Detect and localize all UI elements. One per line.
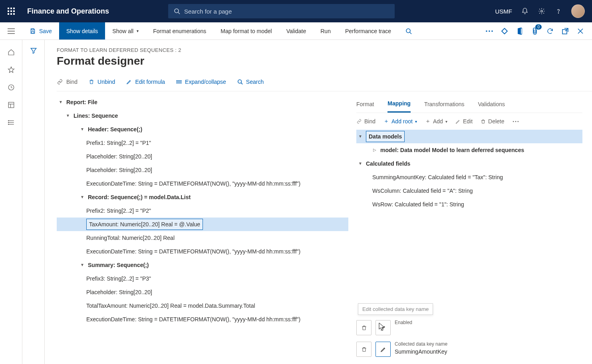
tree-search-button[interactable]: Search (237, 79, 264, 85)
rtree-model[interactable]: ▷model: Data model Model to learn deferr… (356, 143, 582, 157)
rtree-data-models[interactable]: ▼Data models (356, 130, 582, 143)
prop-enabled-row: Enabled (356, 320, 582, 336)
clock-icon[interactable] (8, 84, 15, 91)
save-button[interactable]: Save (22, 22, 59, 40)
bind-button[interactable]: Bind (57, 79, 77, 85)
right-tabs: Format Mapping Transformations Validatio… (356, 95, 582, 113)
tooltip: Edit collected data key name (358, 303, 433, 315)
edit-button[interactable]: Edit (455, 118, 473, 125)
svg-rect-18 (8, 102, 14, 108)
help-icon[interactable] (554, 7, 562, 15)
unbind-button[interactable]: Unbind (89, 79, 115, 85)
tab-validations[interactable]: Validations (478, 95, 505, 113)
rtree-node[interactable]: WsRow: Calculated field = "1": String (356, 198, 582, 211)
edit-enabled-button[interactable] (375, 320, 391, 335)
toolbar-search-button[interactable] (398, 22, 419, 40)
page-title: Format designer (57, 55, 592, 67)
app-launcher[interactable] (0, 8, 22, 15)
expand-collapse-button[interactable]: Expand/collapse (176, 79, 226, 85)
format-enumerations-button[interactable]: Format enumerations (146, 22, 213, 40)
edit-collected-button[interactable] (375, 342, 391, 357)
more-button[interactable] (512, 121, 519, 123)
star-icon[interactable] (8, 66, 15, 73)
run-button[interactable]: Run (313, 22, 338, 40)
office-icon[interactable] (515, 27, 524, 36)
delete-collected-button[interactable] (356, 342, 371, 357)
validate-button[interactable]: Validate (279, 22, 314, 40)
link-icon (356, 119, 362, 124)
pencil-icon (455, 119, 461, 124)
svg-point-3 (558, 13, 558, 13)
tree-node[interactable]: ExecutionDateTime: String = DATETIMEFORM… (57, 313, 348, 326)
tree-node[interactable]: Prefix3: String[2..2] = "P3" (57, 272, 348, 285)
tab-format[interactable]: Format (356, 95, 374, 113)
search-input[interactable] (184, 8, 389, 15)
company-code[interactable]: USMF (495, 8, 513, 15)
chevron-down-icon: ▾ (137, 29, 139, 33)
gear-icon[interactable] (538, 7, 546, 15)
svg-line-31 (241, 83, 242, 84)
delete-enabled-button[interactable] (356, 320, 371, 335)
user-avatar[interactable] (571, 4, 585, 18)
field-value[interactable] (395, 327, 582, 336)
popout-icon[interactable] (561, 27, 570, 36)
tree-node-taxamount[interactable]: TaxAmount: Numeric[20..20] Real = @.Valu… (57, 218, 348, 231)
tree-node[interactable]: ExecutionDateTime: String = DATETIMEFORM… (57, 177, 348, 190)
refresh-icon[interactable] (546, 27, 554, 36)
tab-transformations[interactable]: Transformations (424, 95, 465, 113)
list-icon (176, 79, 182, 84)
bell-icon[interactable] (521, 7, 529, 15)
add-root-button[interactable]: ＋ Add root ▾ (383, 118, 417, 125)
tree-node[interactable]: ExecutionDateTime: String = DATETIMEFORM… (57, 245, 348, 258)
save-icon (30, 28, 36, 34)
tree-node[interactable]: Prefix1: String[2..2] = "P1" (57, 136, 348, 150)
rtree-node[interactable]: WsColumn: Calculated field = "A": String (356, 184, 582, 198)
field-value[interactable]: SummingAmountKey (395, 348, 582, 357)
rtree-calculated-fields[interactable]: ▼Calculated fields (356, 157, 582, 170)
filter-strip (22, 40, 45, 364)
hamburger-button[interactable] (0, 22, 22, 40)
global-search[interactable] (168, 4, 395, 18)
svg-point-34 (518, 121, 519, 122)
more-icon (512, 121, 519, 123)
delete-button[interactable]: Delete (481, 118, 504, 125)
svg-rect-8 (32, 31, 34, 33)
performance-trace-button[interactable]: Performance trace (338, 22, 398, 40)
home-icon[interactable] (8, 49, 15, 56)
tree-node-summary[interactable]: ▼Summary: Sequence(;) (57, 258, 348, 272)
show-details-button[interactable]: Show details (59, 22, 105, 40)
workspace-icon[interactable] (8, 101, 15, 109)
tree-node[interactable]: Placeholder: String[20..20] (57, 150, 348, 163)
tree-node[interactable]: RunningTotal: Numeric[20..20] Real (57, 231, 348, 245)
tab-mapping[interactable]: Mapping (387, 95, 411, 113)
close-icon[interactable] (576, 27, 585, 36)
search-icon (174, 8, 180, 14)
chevron-down-icon: ▾ (445, 119, 447, 124)
diamond-icon[interactable] (500, 27, 509, 36)
tree-node-lines[interactable]: ▼Lines: Sequence (57, 109, 348, 123)
add-button[interactable]: ＋ Add ▾ (425, 118, 447, 125)
map-format-button[interactable]: Map format to model (213, 22, 279, 40)
attachments-icon[interactable]: 0 (530, 27, 539, 36)
trash-icon (89, 79, 94, 85)
rtree-node[interactable]: SummingAmountKey: Calculated field = "Ta… (356, 170, 582, 184)
tree-node[interactable]: Prefix2: String[2..2] = "P2" (57, 204, 348, 218)
funnel-icon[interactable] (30, 47, 37, 364)
pencil-icon (126, 79, 132, 85)
svg-point-0 (175, 9, 179, 13)
designer-toolbar: Bind Unbind Edit formula Expand/collapse… (57, 73, 592, 91)
save-label: Save (39, 28, 52, 34)
mapping-bind-button[interactable]: Bind (356, 118, 375, 125)
tree-node[interactable]: Placeholder: String[20..20] (57, 285, 348, 299)
tree-node[interactable]: Placeholder: String[20..20] (57, 163, 348, 177)
link-icon (57, 79, 63, 85)
more-icon[interactable] (485, 27, 494, 36)
tree-node-record[interactable]: ▼Record: Sequence(;) = model.Data.List (57, 190, 348, 204)
modules-icon[interactable] (8, 119, 15, 126)
tree-node[interactable]: TotalTaxAmount: Numeric[20..20] Real = m… (57, 299, 348, 313)
show-all-button[interactable]: Show all▾ (105, 22, 146, 40)
tree-node-report[interactable]: ▼Report: File (57, 95, 348, 109)
tree-node-header[interactable]: ▼Header: Sequence(;) (57, 123, 348, 136)
edit-formula-button[interactable]: Edit formula (126, 79, 165, 85)
top-navbar: Finance and Operations USMF (0, 0, 592, 22)
